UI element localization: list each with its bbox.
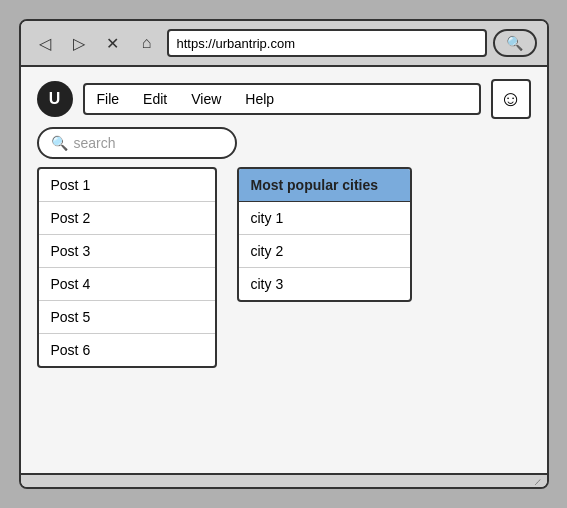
menu-help[interactable]: Help	[241, 89, 278, 109]
back-button[interactable]: ◁	[31, 29, 59, 57]
list-item[interactable]: Post 1	[39, 169, 215, 202]
app-logo: U	[37, 81, 73, 117]
browser-search-button[interactable]: 🔍	[493, 29, 537, 57]
browser-toolbar: ◁ ▷ ✕ ⌂ https://urbantrip.com 🔍	[21, 21, 547, 67]
home-button[interactable]: ⌂	[133, 29, 161, 57]
list-item[interactable]: Post 5	[39, 301, 215, 334]
search-icon: 🔍	[51, 135, 68, 151]
list-item[interactable]: Post 4	[39, 268, 215, 301]
browser-statusbar: ⟋	[21, 473, 547, 487]
resize-icon: ⟋	[533, 476, 543, 487]
list-item[interactable]: Post 3	[39, 235, 215, 268]
app-header: U File Edit View Help ☺	[37, 79, 531, 119]
forward-button[interactable]: ▷	[65, 29, 93, 57]
menu-view[interactable]: View	[187, 89, 225, 109]
posts-list: Post 1 Post 2 Post 3 Post 4 Post 5 Post …	[37, 167, 217, 368]
list-item[interactable]: city 3	[239, 268, 410, 300]
menu-edit[interactable]: Edit	[139, 89, 171, 109]
url-text: https://urbantrip.com	[177, 36, 296, 51]
menu-bar: File Edit View Help	[83, 83, 481, 115]
address-bar[interactable]: https://urbantrip.com	[167, 29, 487, 57]
browser-content: U File Edit View Help ☺ 🔍 search Post 1	[21, 67, 547, 473]
close-button[interactable]: ✕	[99, 29, 127, 57]
cities-widget: Most popular cities city 1 city 2 city 3	[237, 167, 412, 302]
list-item[interactable]: city 2	[239, 235, 410, 268]
avatar: ☺	[491, 79, 531, 119]
list-item[interactable]: Post 2	[39, 202, 215, 235]
search-bar-container: 🔍 search	[37, 127, 531, 159]
main-content: Post 1 Post 2 Post 3 Post 4 Post 5 Post …	[37, 167, 531, 461]
list-item[interactable]: Post 6	[39, 334, 215, 366]
search-bar[interactable]: 🔍 search	[37, 127, 237, 159]
search-placeholder-text: search	[74, 135, 116, 151]
browser-window: ◁ ▷ ✕ ⌂ https://urbantrip.com 🔍 U File E…	[19, 19, 549, 489]
cities-header: Most popular cities	[239, 169, 410, 202]
list-item[interactable]: city 1	[239, 202, 410, 235]
browser-search-icon: 🔍	[506, 35, 523, 51]
menu-file[interactable]: File	[93, 89, 124, 109]
